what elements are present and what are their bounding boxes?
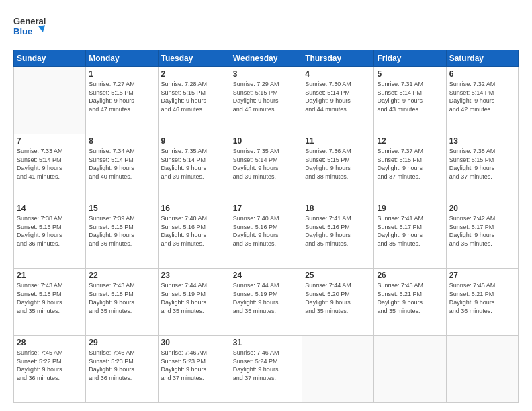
- calendar-cell: 8Sunrise: 7:34 AM Sunset: 5:14 PM Daylig…: [86, 134, 158, 201]
- day-info: Sunrise: 7:43 AM Sunset: 5:18 PM Dayligh…: [89, 281, 154, 315]
- calendar-cell: 2Sunrise: 7:28 AM Sunset: 5:15 PM Daylig…: [158, 67, 230, 134]
- day-number: 21: [17, 271, 83, 280]
- weekday-header: Tuesday: [158, 50, 230, 67]
- calendar-cell: 22Sunrise: 7:43 AM Sunset: 5:18 PM Dayli…: [86, 269, 158, 336]
- page: General Blue SundayMondayTuesdayWednesda…: [0, 0, 532, 411]
- calendar-cell: 24Sunrise: 7:44 AM Sunset: 5:19 PM Dayli…: [230, 269, 302, 336]
- day-number: 18: [305, 203, 371, 213]
- day-number: 28: [17, 338, 83, 347]
- calendar-header-row: SundayMondayTuesdayWednesdayThursdayFrid…: [14, 50, 519, 67]
- calendar-cell: 31Sunrise: 7:46 AM Sunset: 5:24 PM Dayli…: [230, 336, 302, 403]
- calendar-cell: 17Sunrise: 7:40 AM Sunset: 5:16 PM Dayli…: [230, 201, 302, 269]
- day-number: 26: [377, 271, 443, 280]
- day-info: Sunrise: 7:38 AM Sunset: 5:15 PM Dayligh…: [449, 147, 515, 181]
- day-number: 17: [233, 203, 299, 213]
- calendar-cell: [446, 336, 518, 403]
- day-info: Sunrise: 7:44 AM Sunset: 5:20 PM Dayligh…: [305, 281, 371, 315]
- day-number: 22: [89, 271, 154, 280]
- header: General Blue: [13, 12, 519, 44]
- calendar-cell: 13Sunrise: 7:38 AM Sunset: 5:15 PM Dayli…: [446, 134, 518, 201]
- day-info: Sunrise: 7:40 AM Sunset: 5:16 PM Dayligh…: [161, 214, 227, 248]
- day-number: 29: [89, 338, 154, 347]
- weekday-header: Thursday: [302, 50, 374, 67]
- day-info: Sunrise: 7:46 AM Sunset: 5:23 PM Dayligh…: [89, 349, 154, 382]
- calendar-table: SundayMondayTuesdayWednesdayThursdayFrid…: [13, 50, 519, 403]
- day-number: 31: [233, 338, 299, 347]
- calendar-cell: 27Sunrise: 7:45 AM Sunset: 5:21 PM Dayli…: [446, 269, 518, 336]
- day-number: 16: [161, 203, 227, 213]
- calendar-cell: 6Sunrise: 7:32 AM Sunset: 5:14 PM Daylig…: [446, 67, 518, 134]
- logo: General Blue: [13, 12, 48, 44]
- weekday-header: Sunday: [14, 50, 86, 67]
- day-number: 25: [305, 271, 371, 280]
- day-info: Sunrise: 7:44 AM Sunset: 5:19 PM Dayligh…: [161, 281, 227, 315]
- day-info: Sunrise: 7:41 AM Sunset: 5:16 PM Dayligh…: [305, 214, 371, 248]
- calendar-cell: 5Sunrise: 7:31 AM Sunset: 5:14 PM Daylig…: [374, 67, 446, 134]
- calendar-cell: 30Sunrise: 7:46 AM Sunset: 5:23 PM Dayli…: [158, 336, 230, 403]
- day-info: Sunrise: 7:34 AM Sunset: 5:14 PM Dayligh…: [89, 147, 154, 181]
- day-number: 5: [377, 69, 443, 79]
- day-number: 4: [305, 69, 371, 79]
- calendar-week-row: 28Sunrise: 7:45 AM Sunset: 5:22 PM Dayli…: [14, 336, 519, 403]
- logo-svg: General Blue: [13, 12, 48, 42]
- day-number: 7: [17, 136, 83, 146]
- day-number: 19: [377, 203, 443, 213]
- day-info: Sunrise: 7:35 AM Sunset: 5:14 PM Dayligh…: [161, 147, 227, 181]
- calendar-cell: 23Sunrise: 7:44 AM Sunset: 5:19 PM Dayli…: [158, 269, 230, 336]
- day-info: Sunrise: 7:44 AM Sunset: 5:19 PM Dayligh…: [233, 281, 299, 315]
- weekday-header: Friday: [374, 50, 446, 67]
- day-number: 13: [449, 136, 515, 146]
- svg-text:General: General: [13, 16, 46, 26]
- day-number: 23: [161, 271, 227, 280]
- day-number: 15: [89, 203, 154, 213]
- calendar-cell: [374, 336, 446, 403]
- day-info: Sunrise: 7:28 AM Sunset: 5:15 PM Dayligh…: [161, 80, 227, 113]
- calendar-cell: 18Sunrise: 7:41 AM Sunset: 5:16 PM Dayli…: [302, 201, 374, 269]
- day-number: 20: [449, 203, 515, 213]
- day-info: Sunrise: 7:43 AM Sunset: 5:18 PM Dayligh…: [17, 281, 83, 315]
- calendar-cell: 12Sunrise: 7:37 AM Sunset: 5:15 PM Dayli…: [374, 134, 446, 201]
- day-number: 1: [89, 69, 154, 79]
- day-info: Sunrise: 7:45 AM Sunset: 5:22 PM Dayligh…: [17, 349, 83, 382]
- calendar-cell: 26Sunrise: 7:45 AM Sunset: 5:21 PM Dayli…: [374, 269, 446, 336]
- calendar-cell: 9Sunrise: 7:35 AM Sunset: 5:14 PM Daylig…: [158, 134, 230, 201]
- day-number: 30: [161, 338, 227, 347]
- day-info: Sunrise: 7:39 AM Sunset: 5:15 PM Dayligh…: [89, 214, 154, 248]
- day-number: 10: [233, 136, 299, 146]
- day-info: Sunrise: 7:46 AM Sunset: 5:23 PM Dayligh…: [161, 349, 227, 382]
- calendar-cell: 15Sunrise: 7:39 AM Sunset: 5:15 PM Dayli…: [86, 201, 158, 269]
- day-info: Sunrise: 7:41 AM Sunset: 5:17 PM Dayligh…: [377, 214, 443, 248]
- svg-text:Blue: Blue: [13, 26, 32, 36]
- day-number: 11: [305, 136, 371, 146]
- calendar-cell: 19Sunrise: 7:41 AM Sunset: 5:17 PM Dayli…: [374, 201, 446, 269]
- calendar-cell: 21Sunrise: 7:43 AM Sunset: 5:18 PM Dayli…: [14, 269, 86, 336]
- calendar-cell: 4Sunrise: 7:30 AM Sunset: 5:14 PM Daylig…: [302, 67, 374, 134]
- weekday-header: Wednesday: [230, 50, 302, 67]
- day-number: 14: [17, 203, 83, 213]
- calendar-cell: [14, 67, 86, 134]
- calendar-week-row: 21Sunrise: 7:43 AM Sunset: 5:18 PM Dayli…: [14, 269, 519, 336]
- day-info: Sunrise: 7:40 AM Sunset: 5:16 PM Dayligh…: [233, 214, 299, 248]
- calendar-cell: 16Sunrise: 7:40 AM Sunset: 5:16 PM Dayli…: [158, 201, 230, 269]
- day-number: 8: [89, 136, 154, 146]
- day-info: Sunrise: 7:33 AM Sunset: 5:14 PM Dayligh…: [17, 147, 83, 181]
- calendar-cell: 11Sunrise: 7:36 AM Sunset: 5:15 PM Dayli…: [302, 134, 374, 201]
- calendar-cell: 20Sunrise: 7:42 AM Sunset: 5:17 PM Dayli…: [446, 201, 518, 269]
- day-number: 2: [161, 69, 227, 79]
- day-info: Sunrise: 7:45 AM Sunset: 5:21 PM Dayligh…: [377, 281, 443, 315]
- day-number: 3: [233, 69, 299, 79]
- day-info: Sunrise: 7:30 AM Sunset: 5:14 PM Dayligh…: [305, 80, 371, 113]
- calendar-week-row: 7Sunrise: 7:33 AM Sunset: 5:14 PM Daylig…: [14, 134, 519, 201]
- day-info: Sunrise: 7:29 AM Sunset: 5:15 PM Dayligh…: [233, 80, 299, 113]
- day-info: Sunrise: 7:27 AM Sunset: 5:15 PM Dayligh…: [89, 80, 154, 113]
- calendar-cell: 1Sunrise: 7:27 AM Sunset: 5:15 PM Daylig…: [86, 67, 158, 134]
- day-info: Sunrise: 7:31 AM Sunset: 5:14 PM Dayligh…: [377, 80, 443, 113]
- weekday-header: Saturday: [446, 50, 518, 67]
- calendar-cell: 28Sunrise: 7:45 AM Sunset: 5:22 PM Dayli…: [14, 336, 86, 403]
- day-info: Sunrise: 7:38 AM Sunset: 5:15 PM Dayligh…: [17, 214, 83, 248]
- calendar-cell: 7Sunrise: 7:33 AM Sunset: 5:14 PM Daylig…: [14, 134, 86, 201]
- logo-block: General Blue: [13, 12, 48, 44]
- day-info: Sunrise: 7:42 AM Sunset: 5:17 PM Dayligh…: [449, 214, 515, 248]
- day-info: Sunrise: 7:35 AM Sunset: 5:14 PM Dayligh…: [233, 147, 299, 181]
- day-info: Sunrise: 7:32 AM Sunset: 5:14 PM Dayligh…: [449, 80, 515, 113]
